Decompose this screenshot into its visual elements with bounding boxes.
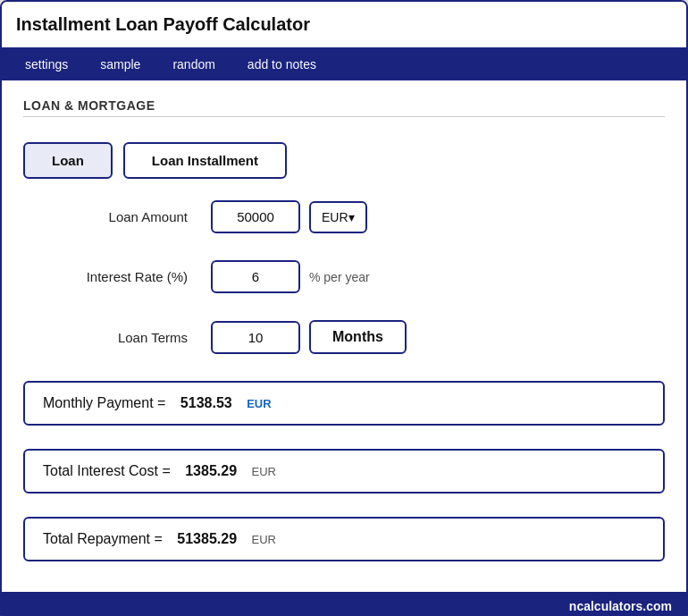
total-repayment-label: Total Repayment = (43, 531, 163, 547)
interest-rate-unit: % per year (309, 270, 370, 284)
mode-tabs: Loan Loan Installment (23, 142, 665, 179)
mode-tab-loan-installment[interactable]: Loan Installment (123, 142, 287, 179)
interest-rate-input[interactable] (211, 260, 300, 293)
title-bar: Installment Loan Payoff Calculator (2, 2, 686, 48)
monthly-payment-currency: EUR (247, 397, 271, 410)
footer: ncalculators.com (2, 592, 686, 616)
monthly-payment-result: Monthly Payment = 5138.53 EUR (23, 381, 665, 426)
loan-terms-input[interactable] (211, 321, 300, 354)
tab-sample[interactable]: sample (84, 48, 156, 80)
total-interest-value: 1385.29 (185, 463, 237, 479)
loan-terms-label: Loan Terms (23, 330, 202, 345)
total-repayment-value: 51385.29 (177, 531, 237, 547)
main-content: LOAN & MORTGAGE Loan Loan Installment Lo… (2, 80, 686, 592)
total-repayment-result: Total Repayment = 51385.29 EUR (23, 517, 665, 561)
loan-amount-label: Loan Amount (23, 209, 202, 224)
tab-settings[interactable]: settings (9, 48, 84, 80)
tab-add-to-notes[interactable]: add to notes (231, 48, 332, 80)
total-interest-currency: EUR (251, 465, 275, 478)
total-interest-result: Total Interest Cost = 1385.29 EUR (23, 449, 665, 494)
loan-amount-input[interactable] (211, 200, 300, 233)
total-interest-label: Total Interest Cost = (43, 463, 171, 479)
section-label: LOAN & MORTGAGE (23, 98, 665, 128)
loan-terms-row: Loan Terms Months (23, 320, 665, 354)
tab-random[interactable]: random (156, 48, 231, 80)
footer-text: ncalculators.com (569, 599, 672, 613)
calculator-container: Installment Loan Payoff Calculator setti… (0, 0, 688, 616)
months-button[interactable]: Months (309, 320, 407, 354)
loan-amount-row: Loan Amount EUR▾ (23, 200, 665, 233)
monthly-payment-value: 5138.53 (180, 395, 232, 411)
currency-dropdown[interactable]: EUR▾ (309, 201, 367, 233)
nav-tabs: settings sample random add to notes (2, 48, 686, 80)
monthly-payment-label: Monthly Payment = (43, 395, 165, 411)
total-repayment-currency: EUR (252, 533, 276, 546)
interest-rate-label: Interest Rate (%) (23, 269, 202, 284)
interest-rate-row: Interest Rate (%) % per year (23, 260, 665, 293)
page-title: Installment Loan Payoff Calculator (16, 14, 310, 34)
mode-tab-loan[interactable]: Loan (23, 142, 113, 179)
